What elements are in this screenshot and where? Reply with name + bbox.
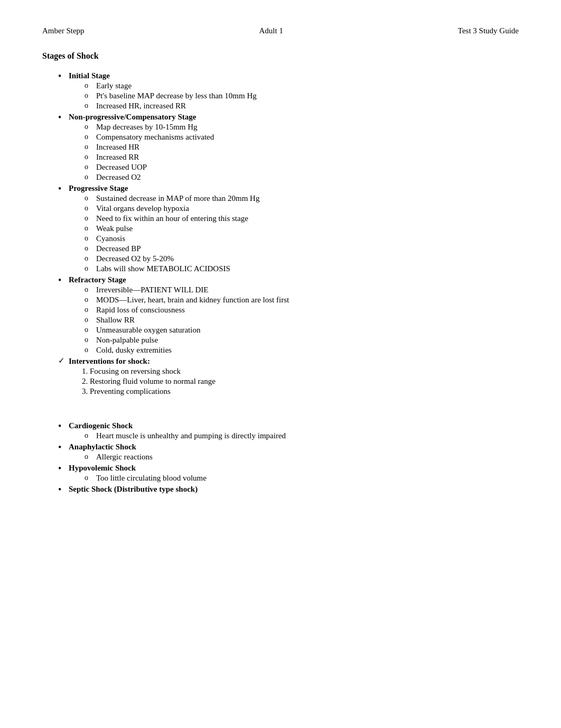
- list-item: Map decreases by 10-15mm Hg: [85, 123, 519, 132]
- interventions-item: Interventions for shock: Focusing on rev…: [58, 357, 519, 396]
- septic-shock-item: Septic Shock (Distributive type shock): [58, 485, 519, 494]
- list-item: Irreversible—PATIENT WILL DIE: [85, 285, 519, 294]
- anaphylactic-shock-label: Anaphylactic Shock: [69, 443, 136, 451]
- refractory-stage-subitems: Irreversible—PATIENT WILL DIE MODS—Liver…: [69, 285, 519, 355]
- list-item: Heart muscle is unhealthy and pumping is…: [85, 431, 519, 440]
- cardiogenic-shock-label: Cardiogenic Shock: [69, 421, 133, 430]
- list-item: Rapid loss of consciousness: [85, 306, 519, 315]
- list-item: Increased HR, increased RR: [85, 102, 519, 110]
- list-item: Compensatory mechanisms activated: [85, 133, 519, 142]
- initial-stage-item: Initial Stage Early stage Pt's baseline …: [58, 71, 519, 110]
- anaphylactic-shock-item: Anaphylactic Shock Allergic reactions: [58, 443, 519, 462]
- list-item: Cold, dusky extremities: [85, 346, 519, 355]
- list-item: Increased RR: [85, 153, 519, 162]
- list-item: Decreased O2 by 5-20%: [85, 254, 519, 263]
- stages-list: Initial Stage Early stage Pt's baseline …: [42, 71, 519, 396]
- author-name: Amber Stepp: [42, 26, 85, 35]
- cardiogenic-shock-subitems: Heart muscle is unhealthy and pumping is…: [69, 431, 519, 440]
- page-title: Stages of Shock: [42, 51, 519, 61]
- nonprogressive-stage-subitems: Map decreases by 10-15mm Hg Compensatory…: [69, 123, 519, 182]
- list-item: Vital organs develop hypoxia: [85, 204, 519, 213]
- list-item: Preventing complications: [90, 387, 519, 396]
- refractory-stage-item: Refractory Stage Irreversible—PATIENT WI…: [58, 275, 519, 355]
- progressive-stage-item: Progressive Stage Sustained decrease in …: [58, 184, 519, 273]
- initial-stage-subitems: Early stage Pt's baseline MAP decrease b…: [69, 81, 519, 110]
- list-item: Pt's baseline MAP decrease by less than …: [85, 91, 519, 100]
- list-item: Non-palpable pulse: [85, 336, 519, 345]
- list-item: Increased HR: [85, 143, 519, 152]
- hypovolemic-shock-label: Hypovolemic Shock: [69, 464, 136, 472]
- cardiogenic-shock-item: Cardiogenic Shock Heart muscle is unheal…: [58, 421, 519, 440]
- list-item: Unmeasurable oxygen saturation: [85, 326, 519, 335]
- list-item: Sustained decrease in MAP of more than 2…: [85, 194, 519, 203]
- nonprogressive-stage-item: Non-progressive/Compensatory Stage Map d…: [58, 113, 519, 182]
- shock-types-list: Cardiogenic Shock Heart muscle is unheal…: [42, 421, 519, 494]
- list-item: Too little circulating blood volume: [85, 474, 519, 483]
- spacer: [42, 400, 519, 421]
- list-item: MODS—Liver, heart, brain and kidney func…: [85, 296, 519, 305]
- refractory-stage-label: Refractory Stage: [69, 275, 126, 284]
- page-header: Amber Stepp Adult 1 Test 3 Study Guide: [42, 26, 519, 35]
- list-item: Focusing on reversing shock: [90, 367, 519, 376]
- document-title: Test 3 Study Guide: [458, 26, 519, 35]
- list-item: Decreased BP: [85, 244, 519, 253]
- list-item: Need to fix within an hour of entering t…: [85, 214, 519, 223]
- list-item: Weak pulse: [85, 224, 519, 233]
- hypovolemic-shock-item: Hypovolemic Shock Too little circulating…: [58, 464, 519, 483]
- progressive-stage-subitems: Sustained decrease in MAP of more than 2…: [69, 194, 519, 273]
- main-content: Stages of Shock Initial Stage Early stag…: [42, 51, 519, 494]
- anaphylactic-shock-subitems: Allergic reactions: [69, 453, 519, 462]
- list-item: Decreased UOP: [85, 163, 519, 172]
- progressive-stage-label: Progressive Stage: [69, 184, 128, 192]
- interventions-subitems: Focusing on reversing shock Restoring fl…: [69, 367, 519, 396]
- list-item: Cyanosis: [85, 234, 519, 243]
- initial-stage-label: Initial Stage: [69, 71, 110, 80]
- list-item: Labs will show METABOLIC ACIDOSIS: [85, 264, 519, 273]
- interventions-label: Interventions for shock:: [69, 357, 150, 365]
- list-item: Shallow RR: [85, 316, 519, 325]
- subject-name: Adult 1: [259, 26, 283, 35]
- list-item: Early stage: [85, 81, 519, 90]
- list-item: Restoring fluid volume to normal range: [90, 377, 519, 386]
- list-item: Allergic reactions: [85, 453, 519, 462]
- nonprogressive-stage-label: Non-progressive/Compensatory Stage: [69, 113, 197, 121]
- septic-shock-label: Septic Shock (Distributive type shock): [69, 485, 198, 493]
- list-item: Decreased O2: [85, 173, 519, 182]
- hypovolemic-shock-subitems: Too little circulating blood volume: [69, 474, 519, 483]
